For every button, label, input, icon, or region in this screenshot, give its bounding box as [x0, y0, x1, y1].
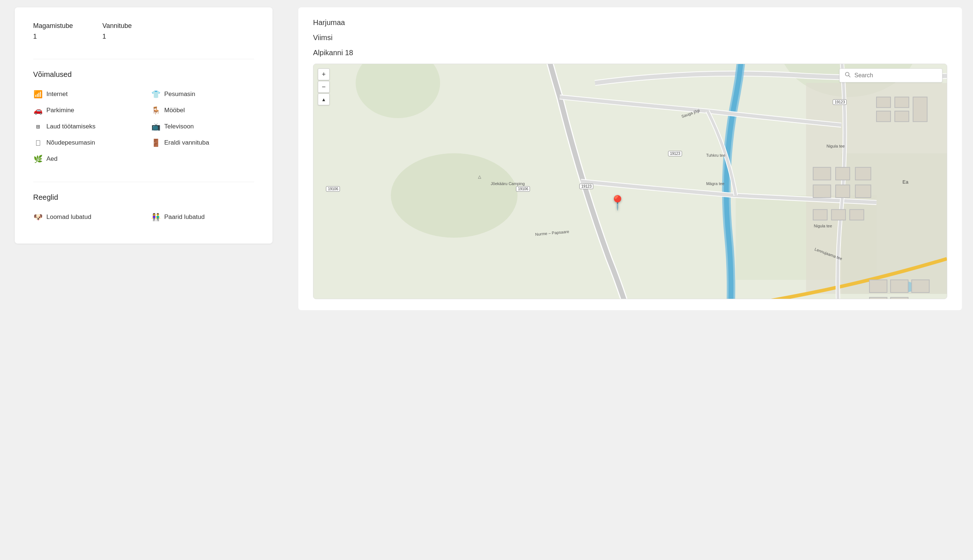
- location-info: Harjumaa Viimsi Alpikanni 18: [298, 7, 962, 310]
- bedrooms-label: Magamistube: [33, 22, 73, 30]
- svg-rect-11: [813, 167, 831, 180]
- amenity-desk: ⊞ Laud töötamiseks: [33, 122, 136, 131]
- rules-section: Reeglid 🐶 Loomad lubatud 👫 Paarid lubatu…: [33, 193, 254, 222]
- map-container[interactable]: + − ▲ 19123 19123 19: [313, 63, 947, 299]
- divider-1: [33, 59, 254, 59]
- amenity-bathroom-label: Eraldi vannituba: [164, 139, 209, 147]
- search-icon: [845, 72, 851, 79]
- svg-rect-15: [856, 167, 871, 180]
- amenity-parkimine-label: Parkimine: [47, 107, 74, 114]
- wifi-icon: 📶: [33, 90, 43, 98]
- rule-couples: 👫 Paarid lubatud: [151, 213, 254, 222]
- amenity-internet-label: Internet: [47, 90, 68, 98]
- amenity-dishwasher-label: Nõudepesumasin: [47, 139, 95, 147]
- svg-rect-28: [869, 297, 887, 299]
- map-controls: + − ▲: [318, 68, 329, 105]
- bedrooms-value: 1: [33, 33, 73, 40]
- left-panel: Magamistube 1 Vannitube 1 Võimalused 📶 I…: [0, 0, 287, 560]
- couples-icon: 👫: [151, 213, 160, 222]
- rule-couples-label: Paarid lubatud: [164, 213, 205, 221]
- svg-rect-25: [869, 280, 887, 293]
- amenity-tv-label: Televisoon: [164, 123, 194, 130]
- right-panel: Harjumaa Viimsi Alpikanni 18: [287, 0, 973, 560]
- svg-rect-26: [891, 280, 908, 293]
- svg-point-1: [391, 153, 517, 238]
- svg-rect-13: [813, 185, 831, 198]
- amenity-garden: 🌿 Aed: [33, 155, 136, 163]
- bathrooms-stat: Vannitube 1: [102, 22, 132, 40]
- svg-rect-20: [876, 97, 891, 108]
- bedrooms-stat: Magamistube 1: [33, 22, 73, 40]
- property-card: Magamistube 1 Vannitube 1 Võimalused 📶 I…: [15, 7, 273, 243]
- svg-rect-19: [849, 209, 864, 220]
- svg-rect-27: [911, 280, 929, 293]
- svg-line-31: [849, 76, 850, 77]
- svg-rect-22: [876, 111, 891, 122]
- rule-pets: 🐶 Loomad lubatud: [33, 213, 136, 222]
- divider-2: [33, 182, 254, 182]
- amenity-mooebel: 🪑 Mööbel: [151, 106, 254, 115]
- car-icon: 🚗: [33, 106, 43, 115]
- map-pin: 📍: [609, 196, 626, 210]
- address-text: Alpikanni 18: [313, 48, 947, 57]
- svg-rect-17: [813, 209, 827, 220]
- amenities-section: Võimalused 📶 Internet 👕 Pesumasin 🚗 Park…: [33, 70, 254, 163]
- bathroom-icon: 🚪: [151, 138, 160, 147]
- svg-rect-16: [856, 185, 871, 198]
- zoom-in-button[interactable]: +: [318, 68, 329, 80]
- amenities-grid: 📶 Internet 👕 Pesumasin 🚗 Parkimine 🪑 Möö…: [33, 90, 254, 163]
- svg-rect-18: [832, 209, 846, 220]
- municipality-text: Viimsi: [313, 33, 947, 42]
- bathrooms-label: Vannitube: [102, 22, 132, 30]
- amenity-pesumasin-label: Pesumasin: [164, 90, 195, 98]
- amenity-desk-label: Laud töötamiseks: [47, 123, 95, 130]
- amenities-title: Võimalused: [33, 70, 254, 79]
- room-stats: Magamistube 1 Vannitube 1: [33, 22, 254, 40]
- dishwasher-icon: ⎕: [33, 139, 43, 147]
- svg-rect-29: [891, 297, 908, 299]
- desk-icon: ⊞: [33, 123, 43, 130]
- map-search-input[interactable]: [854, 72, 937, 79]
- amenity-dishwasher: ⎕ Nõudepesumasin: [33, 138, 136, 147]
- bathrooms-value: 1: [102, 33, 132, 40]
- page-wrapper: Magamistube 1 Vannitube 1 Võimalused 📶 I…: [0, 0, 973, 560]
- amenity-bathroom: 🚪 Eraldi vannituba: [151, 138, 254, 147]
- svg-rect-24: [913, 97, 927, 122]
- svg-rect-14: [836, 185, 849, 198]
- amenity-garden-label: Aed: [47, 155, 57, 163]
- map-background: [313, 64, 947, 299]
- amenity-parkimine: 🚗 Parkimine: [33, 106, 136, 115]
- couch-icon: 🪑: [151, 106, 160, 115]
- paw-icon: 🐶: [33, 213, 43, 222]
- tv-icon: 📺: [151, 122, 160, 131]
- rule-pets-label: Loomad lubatud: [47, 213, 91, 221]
- rules-title: Reeglid: [33, 193, 254, 202]
- amenity-pesumasin: 👕 Pesumasin: [151, 90, 254, 98]
- svg-rect-21: [895, 97, 909, 108]
- amenity-mooebel-label: Mööbel: [164, 107, 185, 114]
- region-text: Harjumaa: [313, 18, 947, 27]
- washing-icon: 👕: [151, 90, 160, 98]
- map-search-box[interactable]: [839, 68, 943, 82]
- amenity-tv: 📺 Televisoon: [151, 122, 254, 131]
- rules-grid: 🐶 Loomad lubatud 👫 Paarid lubatud: [33, 213, 254, 222]
- garden-icon: 🌿: [33, 155, 43, 163]
- svg-rect-23: [895, 111, 909, 122]
- amenity-internet: 📶 Internet: [33, 90, 136, 98]
- zoom-out-button[interactable]: −: [318, 81, 329, 93]
- svg-rect-12: [836, 167, 849, 180]
- compass-button[interactable]: ▲: [318, 93, 329, 105]
